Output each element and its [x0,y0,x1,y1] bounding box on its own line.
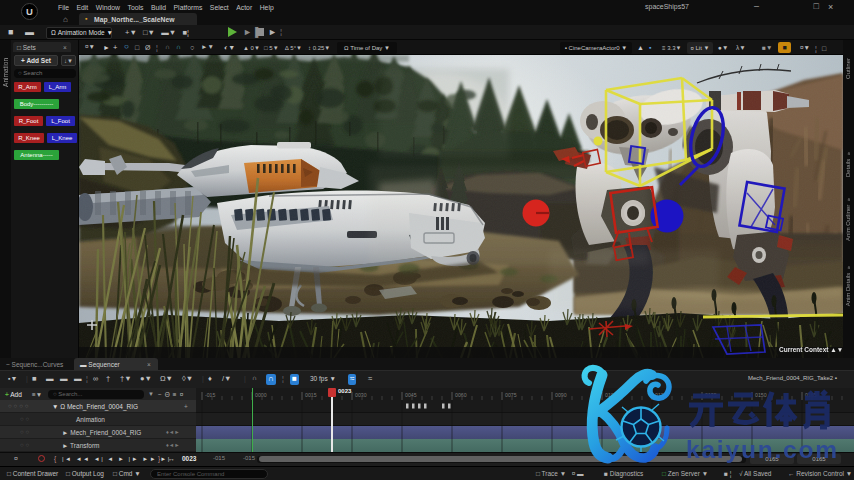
svg-text:kaiyun.com: kaiyun.com [686,436,839,463]
